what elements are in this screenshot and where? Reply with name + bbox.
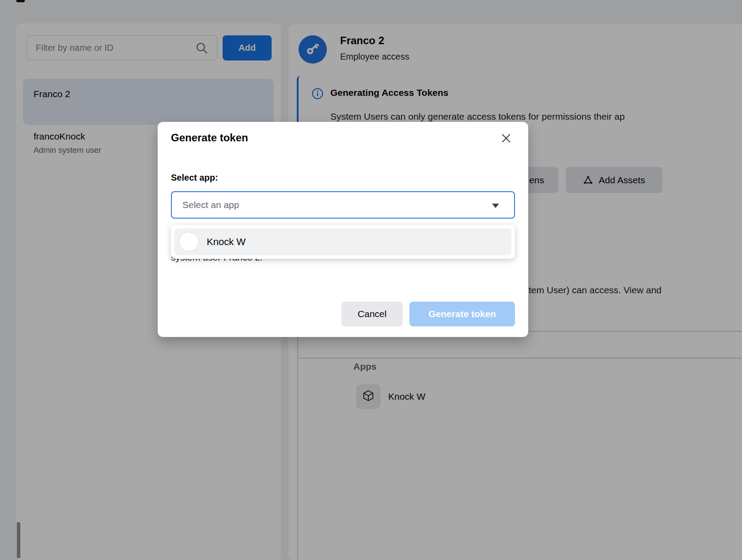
app-select-dropdown: Knock W <box>171 225 515 259</box>
close-icon <box>500 132 512 146</box>
generate-token-button[interactable]: Generate token <box>409 302 515 326</box>
chevron-down-icon <box>492 204 499 208</box>
close-button[interactable] <box>497 130 515 148</box>
generate-token-modal: Generate token Select app: Select an app… <box>158 122 528 337</box>
app-select-placeholder: Select an app <box>182 200 239 210</box>
app-option-label: Knock W <box>207 236 246 248</box>
cancel-button-label: Cancel <box>358 309 386 319</box>
app-select[interactable]: Select an app <box>171 191 515 219</box>
modal-title: Generate token <box>171 132 248 144</box>
app-option-avatar <box>179 232 199 252</box>
generate-token-button-label: Generate token <box>428 309 496 319</box>
select-app-label: Select app: <box>171 173 218 183</box>
app-option-knock-w[interactable]: Knock W <box>174 228 511 255</box>
cancel-button[interactable]: Cancel <box>341 302 403 326</box>
